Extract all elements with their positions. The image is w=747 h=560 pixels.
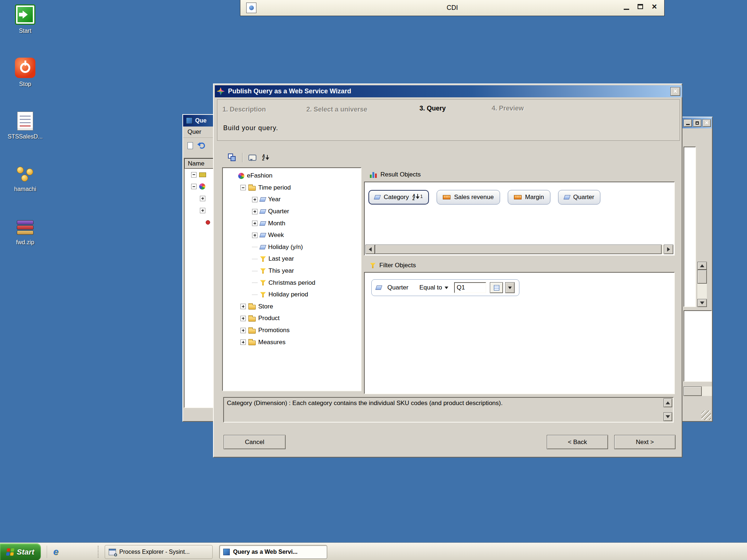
close-button[interactable]: × xyxy=(652,1,657,12)
desktop-icon-stssalesd[interactable]: STSSalesD... xyxy=(4,112,47,140)
desktop-icon-hamachi[interactable]: hamachi xyxy=(4,166,47,192)
resize-grip[interactable] xyxy=(701,411,711,420)
comment-icon[interactable] xyxy=(248,155,256,161)
query-window-icon xyxy=(186,117,193,124)
document-icon xyxy=(17,112,33,131)
expand-box[interactable] xyxy=(240,304,246,309)
expand-box[interactable] xyxy=(200,196,205,201)
collapse-box[interactable] xyxy=(191,172,197,178)
wizard-close-button[interactable]: × xyxy=(670,87,680,96)
wizard-titlebar[interactable]: Publish Query as a Web Service Wizard × xyxy=(215,85,682,97)
vertical-scrollbar[interactable] xyxy=(697,262,707,307)
chip-label: Sales revenue xyxy=(454,194,494,201)
tree-item-label: eFashion xyxy=(247,172,272,179)
cdi-window-titlebar[interactable]: CDI × xyxy=(240,0,665,16)
expand-box[interactable] xyxy=(252,197,258,202)
scroll-thumb[interactable] xyxy=(684,386,702,396)
task-button-process-explorer[interactable]: Process Explorer - Sysint... xyxy=(105,545,213,559)
right-fragment-titlebar[interactable]: × xyxy=(682,117,712,128)
filter-chip[interactable]: Quarter Equal to xyxy=(371,279,519,296)
desktop-icon-fwdzip[interactable]: fwd.zip xyxy=(4,219,47,246)
taskbar: Start e Process Explorer - Sysint... Que… xyxy=(0,543,747,560)
cancel-button[interactable]: Cancel xyxy=(224,435,286,449)
refresh-icon[interactable] xyxy=(199,143,205,149)
description-scroll-up[interactable] xyxy=(663,398,672,407)
dimension-icon xyxy=(259,209,266,214)
tree-item-time-period[interactable]: Time period xyxy=(223,182,361,194)
expand-box[interactable] xyxy=(252,221,258,226)
tree-item-measures[interactable]: Measures xyxy=(223,336,361,348)
collapse-box[interactable] xyxy=(240,185,246,190)
taskbar-grip[interactable] xyxy=(98,546,99,558)
list-of-values-button[interactable] xyxy=(490,282,503,293)
tree-connector xyxy=(252,283,258,283)
expand-box[interactable] xyxy=(240,339,246,345)
desktop-icon-stop[interactable]: Stop xyxy=(4,58,47,88)
minimize-button[interactable] xyxy=(684,119,692,127)
tree-connector xyxy=(252,259,258,259)
close-button[interactable]: × xyxy=(703,119,711,127)
filter-objects-header: Filter Objects xyxy=(370,262,416,269)
tree-item-week[interactable]: Week xyxy=(223,229,361,241)
query-window-right-fragment: × xyxy=(681,117,713,422)
tree-item-quarter[interactable]: Quarter xyxy=(223,206,361,218)
result-chip-category[interactable]: Category AZ 1 xyxy=(368,190,429,205)
wizard-title: Publish Query as a Web Service Wizard xyxy=(228,88,667,95)
sort-icon[interactable]: AZ xyxy=(262,154,269,161)
sort-order: 1 xyxy=(420,194,423,199)
expand-box[interactable] xyxy=(252,233,258,238)
filter-value-input[interactable] xyxy=(454,282,486,293)
tree-item-holiday-period[interactable]: Holiday period xyxy=(223,289,361,301)
sort-indicator[interactable]: AZ 1 xyxy=(413,194,423,201)
horizontal-scrollbar[interactable] xyxy=(365,245,673,254)
collapse-box[interactable] xyxy=(191,184,197,189)
task-button-query-wizard[interactable]: Query as a Web Servi... xyxy=(219,545,327,559)
description-scroll-down[interactable] xyxy=(663,412,672,421)
result-chip-margin[interactable]: Margin xyxy=(508,190,550,205)
back-button[interactable]: < Back xyxy=(547,435,608,449)
scroll-thumb[interactable] xyxy=(697,270,707,284)
restore-button[interactable] xyxy=(693,119,701,127)
tree-item-efashion[interactable]: eFashion xyxy=(223,170,361,182)
tree-item-year[interactable]: Year xyxy=(223,194,361,206)
restore-button[interactable] xyxy=(638,4,643,9)
expand-box[interactable] xyxy=(252,209,258,214)
scroll-right-button[interactable] xyxy=(664,245,673,254)
desktop-icon-label: STSSalesD... xyxy=(8,133,43,140)
horizontal-scrollbar[interactable] xyxy=(684,386,712,396)
add-combined-query-icon[interactable] xyxy=(228,153,236,162)
expand-box[interactable] xyxy=(240,316,246,321)
tree-item-this-year[interactable]: This year xyxy=(223,265,361,277)
ie-quick-launch-icon[interactable]: e xyxy=(53,546,58,557)
scroll-left-button[interactable] xyxy=(365,245,375,254)
tree-item-holiday[interactable]: Holiday (y/n) xyxy=(223,241,361,253)
universe-icon xyxy=(238,173,244,179)
scroll-thumb[interactable] xyxy=(375,245,662,254)
tree-item-product[interactable]: Product xyxy=(223,312,361,324)
new-document-icon[interactable] xyxy=(187,142,193,149)
scroll-up-button[interactable] xyxy=(697,262,707,270)
desktop-icon-label: fwd.zip xyxy=(16,239,34,246)
tree-item-christmas-period[interactable]: Christmas period xyxy=(223,277,361,289)
tree-connector xyxy=(252,295,258,295)
result-chip-quarter[interactable]: Quarter xyxy=(558,190,601,205)
dimension-icon xyxy=(374,195,381,199)
expand-box[interactable] xyxy=(200,208,205,213)
expand-box[interactable] xyxy=(240,328,246,333)
tree-item-label: Month xyxy=(268,220,285,227)
result-chip-sales-revenue[interactable]: Sales revenue xyxy=(437,190,500,205)
start-button[interactable]: Start xyxy=(0,543,41,560)
filter-dropdown-button[interactable] xyxy=(505,282,515,293)
tree-item-month[interactable]: Month xyxy=(223,217,361,229)
filter-operator-dropdown[interactable]: Equal to xyxy=(419,284,448,291)
tree-item-last-year[interactable]: Last year xyxy=(223,253,361,265)
desktop-icon-start[interactable]: Start xyxy=(4,4,47,34)
tree-item-promotions[interactable]: Promotions xyxy=(223,324,361,337)
tree-item-store[interactable]: Store xyxy=(223,301,361,313)
query-wizard-icon xyxy=(223,549,230,555)
next-button[interactable]: Next > xyxy=(614,435,676,449)
minimize-button[interactable] xyxy=(624,9,629,10)
tree-item-label: Week xyxy=(268,232,284,239)
menu-item-query[interactable]: Quer xyxy=(187,128,201,136)
scroll-down-button[interactable] xyxy=(697,299,707,307)
